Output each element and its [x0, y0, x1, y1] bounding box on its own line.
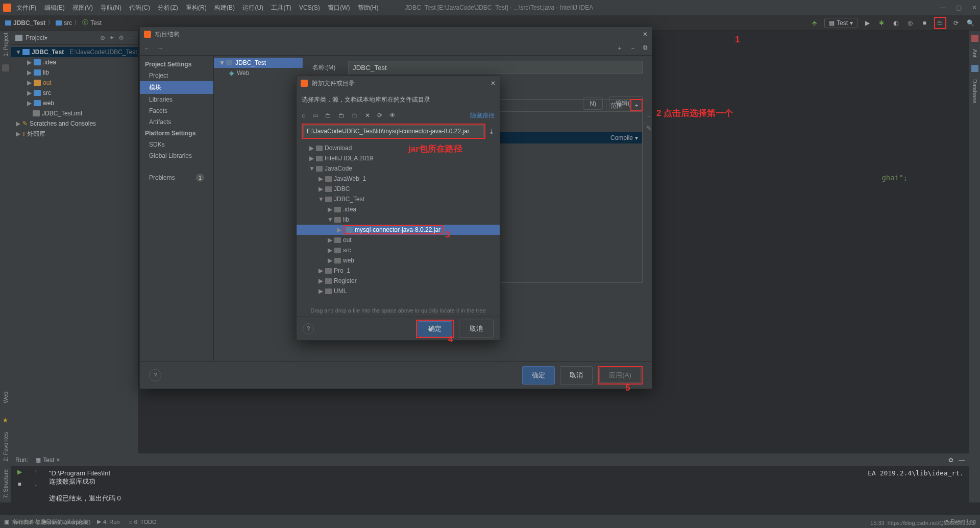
- history-icon[interactable]: ⭳: [488, 128, 495, 135]
- tree-web[interactable]: ▶web: [11, 98, 138, 108]
- menu-view[interactable]: 视图(V): [72, 4, 93, 11]
- cancel-button[interactable]: 取消: [459, 320, 494, 338]
- ant-icon[interactable]: [971, 35, 978, 42]
- tree-root[interactable]: ▼JDBC_Test E:\JavaCode\JDBC_Test: [11, 47, 138, 57]
- up-icon[interactable]: ↑: [34, 468, 37, 475]
- gear-icon[interactable]: ⚙: [118, 34, 124, 41]
- project-dir-icon[interactable]: 🗀: [325, 112, 331, 119]
- menu-tools[interactable]: 工具(T): [271, 4, 291, 11]
- tool-todo[interactable]: ≡ 6: TODO: [129, 519, 156, 525]
- tree-item[interactable]: ▶src: [297, 245, 500, 255]
- menu-file[interactable]: 文件(F): [16, 4, 36, 11]
- maximize-icon[interactable]: ▢: [956, 4, 962, 11]
- coverage-icon[interactable]: ◐: [891, 18, 900, 28]
- run-icon[interactable]: ▶: [863, 18, 872, 28]
- show-hidden-icon[interactable]: 👁: [389, 112, 396, 119]
- sidebar-item-problems[interactable]: Problems1: [140, 172, 213, 184]
- settings-icon[interactable]: ✿: [948, 457, 953, 464]
- menu-run[interactable]: 运行(U): [242, 4, 263, 11]
- back-icon[interactable]: ←: [144, 45, 150, 52]
- close-icon[interactable]: ✕: [643, 31, 648, 38]
- search-icon[interactable]: 🔍: [966, 18, 975, 28]
- debug-icon[interactable]: ✱: [877, 18, 886, 28]
- sidebar-item-modules[interactable]: 模块: [140, 81, 213, 94]
- main-menu[interactable]: 文件(F) 编辑(E) 视图(V) 导航(N) 代码(C) 分析(Z) 重构(R…: [16, 4, 384, 12]
- stop-icon[interactable]: ■: [920, 18, 929, 28]
- build-icon[interactable]: ⬘: [810, 18, 819, 28]
- tree-lib[interactable]: ▶lib: [11, 67, 138, 78]
- close-icon[interactable]: ✕: [972, 4, 977, 11]
- tree-item[interactable]: ▼JDBC_Test: [297, 194, 500, 204]
- tool-run[interactable]: ▶ 4: Run: [97, 518, 119, 525]
- down-icon[interactable]: ↓: [34, 481, 37, 488]
- scroll-icon[interactable]: ✦: [109, 34, 114, 41]
- tool-web[interactable]: Web: [3, 392, 9, 403]
- project-structure-icon[interactable]: 🗀: [936, 18, 945, 28]
- tree-external[interactable]: ▶⫴外部库: [11, 129, 138, 139]
- tree-out[interactable]: ▶out: [11, 78, 138, 88]
- file-tree[interactable]: ▶Download ▶IntelliJ IDEA 2019 ▼JavaCode …: [297, 141, 500, 304]
- menu-vcs[interactable]: VCS(S): [299, 4, 320, 11]
- tree-item-selected[interactable]: ▶mysql-connector-java-8.0.22.jar: [297, 225, 500, 235]
- module-name-input[interactable]: [348, 61, 643, 74]
- help-icon[interactable]: ?: [149, 369, 161, 381]
- home-icon[interactable]: ⌂: [302, 112, 305, 119]
- minimize-icon[interactable]: —: [940, 4, 946, 11]
- tree-item[interactable]: ▶IntelliJ IDEA 2019: [297, 153, 500, 163]
- breadcrumb-root[interactable]: JDBC_Test: [13, 19, 45, 27]
- tree-item[interactable]: ▶.idea: [297, 204, 500, 214]
- add-dependency-button[interactable]: ＋: [630, 99, 643, 111]
- menu-window[interactable]: 窗口(W): [328, 4, 350, 11]
- edit-dep-icon[interactable]: ✎: [646, 125, 651, 132]
- tree-item[interactable]: ▶web: [297, 255, 500, 266]
- tree-item[interactable]: ▶Pro_1: [297, 266, 500, 276]
- ok-button[interactable]: 确定: [418, 321, 452, 337]
- apply-button[interactable]: 应用(A): [599, 368, 641, 383]
- tool-structure[interactable]: 7: Structure: [3, 469, 9, 498]
- new-folder-icon[interactable]: 🗀: [352, 112, 358, 119]
- tree-item[interactable]: ▼lib: [297, 214, 500, 225]
- breadcrumb-file[interactable]: Test: [90, 19, 102, 27]
- tree-item[interactable]: ▶JDBC: [297, 184, 500, 194]
- sidebar-item-libraries[interactable]: Libraries: [140, 94, 213, 105]
- menu-help[interactable]: 帮助(H): [358, 4, 379, 11]
- refresh-icon[interactable]: ⟳: [377, 112, 382, 119]
- sidebar-item-facets[interactable]: Facets: [140, 105, 213, 116]
- tree-iml[interactable]: JDBC_Test.iml: [11, 108, 138, 118]
- breadcrumb-src[interactable]: src: [64, 19, 72, 27]
- close-icon[interactable]: ✕: [491, 80, 496, 87]
- stop-icon[interactable]: ■: [17, 481, 21, 488]
- hide-path-link[interactable]: 隐藏路径: [470, 111, 495, 120]
- tool-favorites[interactable]: 2: Favorites: [3, 432, 9, 461]
- module-row-jdbc[interactable]: ▼JDBC_Test: [214, 58, 303, 68]
- cancel-button[interactable]: 取消: [560, 366, 593, 385]
- hide-icon[interactable]: —: [128, 34, 134, 41]
- tree-src[interactable]: ▶src: [11, 88, 138, 98]
- run-config-selector[interactable]: ▦ Test ▾: [824, 18, 857, 28]
- menu-navigate[interactable]: 导航(N): [101, 4, 121, 11]
- sidebar-item-artifacts[interactable]: Artifacts: [140, 116, 213, 128]
- help-icon[interactable]: ?: [303, 323, 314, 334]
- tree-idea[interactable]: ▶.idea: [11, 57, 138, 67]
- menu-analyze[interactable]: 分析(Z): [158, 4, 178, 11]
- tree-item[interactable]: ▶Download: [297, 143, 500, 153]
- update-icon[interactable]: ⟳: [951, 18, 961, 28]
- database-icon[interactable]: [971, 65, 978, 72]
- remove-icon[interactable]: －: [630, 44, 636, 53]
- delete-icon[interactable]: ✕: [365, 112, 370, 119]
- module-row-web[interactable]: ◆Web: [214, 68, 303, 78]
- menu-code[interactable]: 代码(C): [129, 4, 150, 11]
- sidebar-item-project[interactable]: Project: [140, 70, 213, 81]
- tree-scratches[interactable]: ▶✎Scratches and Consoles: [11, 118, 138, 129]
- remove-dep-icon[interactable]: －: [646, 112, 652, 121]
- tool-ant[interactable]: Ant: [972, 49, 978, 58]
- tree-item[interactable]: ▶UML: [297, 286, 500, 296]
- ok-button[interactable]: 确定: [522, 366, 555, 385]
- rerun-icon[interactable]: ▶: [17, 468, 22, 475]
- tree-item[interactable]: ▶out: [297, 235, 500, 245]
- hide-icon[interactable]: —: [959, 457, 965, 464]
- tool-project[interactable]: 1: Project: [3, 33, 9, 56]
- run-tab[interactable]: ▦ Test ×: [32, 455, 63, 465]
- sidebar-item-sdks[interactable]: SDKs: [140, 139, 213, 150]
- desktop-icon[interactable]: ▭: [312, 112, 318, 119]
